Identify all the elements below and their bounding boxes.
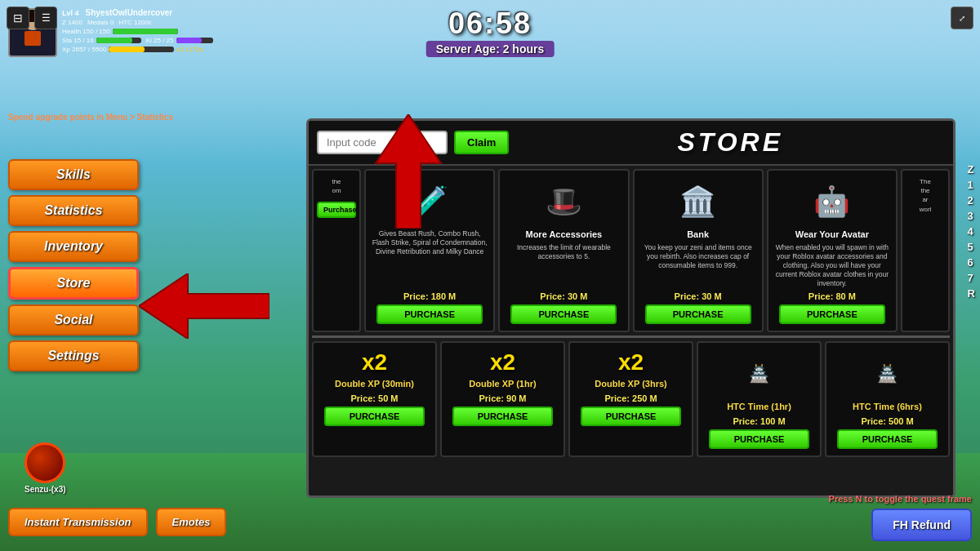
- ki-label: Ki 25 / 25: [146, 37, 174, 44]
- hud-currency-row: Z 1400 Medals 0 HTC 1200c: [62, 19, 213, 26]
- htc-6hr-price: Price: 500 M: [861, 416, 913, 426]
- fh-refund-btn[interactable]: FH Refund: [871, 509, 972, 541]
- store-header: Claim STORE: [309, 121, 953, 166]
- htc-1hr-purchase-btn[interactable]: Purchase: [709, 429, 809, 449]
- nav-btn-inventory[interactable]: Inventory: [8, 231, 139, 262]
- store-item-accessories: 🎩 More Accessories Increases the limit o…: [498, 169, 629, 332]
- partial-text-left: theom: [332, 177, 341, 195]
- senzu-container: Senzu-(x3): [24, 442, 66, 494]
- side-num-7: 7: [968, 272, 975, 284]
- side-num-z: Z: [968, 163, 975, 176]
- side-num-2: 2: [968, 194, 975, 207]
- beast-desc: Gives Beast Rush, Combo Rush, Flash Stri…: [371, 229, 488, 288]
- hud-stats: Lvl 4 ShyestOwlUndercover Z 1400 Medals …: [62, 8, 213, 53]
- store-row-2: x2 Double XP (30min) Price: 50 M Purchas…: [309, 338, 953, 460]
- 2xp-1hr-purchase-btn[interactable]: Purchase: [452, 407, 553, 426]
- server-age: Server Age: 2 hours: [426, 41, 555, 57]
- beast-purchase-btn[interactable]: Purchase: [376, 304, 483, 324]
- x2-icon-3hr: x2: [618, 349, 644, 375]
- health-bar-bg: [113, 29, 178, 34]
- corner-icon-tl[interactable]: ⊟: [7, 7, 29, 29]
- store-title: STORE: [515, 127, 945, 158]
- ki-bar-bg: [176, 38, 213, 43]
- store-item-partial-left: theom Purchase: [312, 169, 361, 332]
- partial-text-right: Thethearworl: [920, 177, 932, 214]
- instant-transmission-btn[interactable]: Instant Transmission: [8, 508, 148, 536]
- bank-name: Bank: [687, 229, 709, 240]
- sta-bar-container: Sta 15 / 16: [62, 37, 141, 44]
- store-item-bank: 🏛️ Bank You keep your zeni and items onc…: [633, 169, 764, 332]
- nav-buttons: Skills Statistics Inventory Store Social…: [8, 159, 139, 371]
- sta-label: Sta 15 / 16: [62, 37, 94, 44]
- beast-price: Price: 180 M: [403, 291, 456, 301]
- htc-6hr-purchase-btn[interactable]: Purchase: [837, 429, 938, 449]
- store-content[interactable]: theom Purchase 🧪 Gives Beast Rush, Combo…: [309, 166, 953, 495]
- store-item-beast: 🧪 Gives Beast Rush, Combo Rush, Flash St…: [364, 169, 495, 332]
- bottom-left-buttons: Instant Transmission Emotes: [8, 508, 226, 536]
- xp-mult: x2 1172s: [176, 46, 203, 53]
- sta-bar-bg: [96, 38, 141, 43]
- claim-button[interactable]: Claim: [454, 131, 509, 154]
- bank-purchase-btn[interactable]: Purchase: [645, 304, 751, 324]
- side-num-6: 6: [968, 256, 975, 269]
- htc-1hr-icon: 🏯: [735, 349, 784, 398]
- senzu-ball: [24, 442, 65, 483]
- avatar-store-desc: When enabled you will spawn in with your…: [773, 243, 891, 288]
- emotes-btn[interactable]: Emotes: [156, 508, 227, 536]
- ki-bar-container: Ki 25 / 25: [146, 37, 213, 44]
- accessories-purchase-btn[interactable]: Purchase: [510, 304, 617, 324]
- avatar-store-icon: 🤖: [808, 177, 857, 226]
- code-input[interactable]: [317, 131, 448, 154]
- 2xp-3hr-name: Double XP (3hrs): [595, 379, 666, 389]
- xp-row: Xp 2657 / 5500 x2 1172s: [62, 46, 213, 53]
- nav-btn-statistics[interactable]: Statistics: [8, 195, 139, 226]
- store-item-partial-right: Thethearworl: [901, 169, 950, 332]
- avatar-store-price: Price: 80 M: [808, 291, 856, 301]
- nav-btn-settings[interactable]: Settings: [8, 340, 139, 371]
- timer-display: 06:58: [426, 7, 555, 41]
- corner-icon-tr[interactable]: ☰: [34, 7, 57, 29]
- xp-bar-fill: [109, 47, 145, 52]
- avatar-store-name: Wear Your Avatar: [795, 229, 869, 240]
- avatar-body: [24, 31, 41, 46]
- nav-btn-store[interactable]: Store: [8, 267, 139, 300]
- store-panel: Claim STORE theom Purchase 🧪 Gives Beast…: [306, 118, 956, 498]
- 2xp-3hr-price: Price: 250 M: [604, 393, 657, 403]
- accessories-name: More Accessories: [525, 229, 602, 240]
- htc-1hr-name: HTC Time (1hr): [727, 402, 791, 412]
- htc-1hr-price: Price: 100 M: [733, 416, 785, 426]
- hud-currency: Z 1400: [62, 19, 82, 26]
- x2-icon-1hr: x2: [490, 349, 515, 375]
- beast-icon: 🧪: [405, 177, 454, 226]
- senzu-label: Senzu-(x3): [24, 485, 66, 494]
- bank-icon: 🏛️: [674, 177, 723, 226]
- 2xp-30-price: Price: 50 M: [350, 393, 398, 403]
- bottom-right: Press N to toggle the quest frame FH Ref…: [829, 494, 972, 541]
- timer-center: 06:58 Server Age: 2 hours: [426, 7, 555, 57]
- nav-btn-social[interactable]: Social: [8, 304, 139, 335]
- accessories-price: Price: 30 M: [540, 291, 587, 301]
- side-num-4: 4: [968, 225, 975, 238]
- 2xp-3hr-purchase-btn[interactable]: Purchase: [581, 407, 681, 426]
- hud-username: ShyestOwlUndercover: [86, 8, 173, 17]
- xp-label: Xp 2657 / 5500: [62, 46, 106, 53]
- store-item-htc-6hr: 🏯 HTC Time (6hrs) Price: 500 M Purchase: [825, 341, 950, 456]
- store-item-2xp-3hr: x2 Double XP (3hrs) Price: 250 M Purchas…: [568, 341, 693, 456]
- accessories-icon: 🎩: [539, 177, 588, 226]
- nav-btn-skills[interactable]: Skills: [8, 159, 139, 190]
- partial-purchase-left[interactable]: Purchase: [317, 202, 356, 218]
- sta-ki-row: Sta 15 / 16 Ki 25 / 25: [62, 37, 213, 44]
- store-row-1: theom Purchase 🧪 Gives Beast Rush, Combo…: [309, 166, 953, 335]
- sta-bar-fill: [96, 38, 132, 43]
- htc-6hr-icon: 🏯: [863, 349, 912, 398]
- x2-icon-30: x2: [362, 349, 387, 375]
- expand-icon[interactable]: ⤢: [951, 7, 973, 29]
- avatar-store-purchase-btn[interactable]: PURCHASE: [779, 304, 885, 324]
- hud-htc: HTC 1200c: [118, 19, 151, 26]
- 2xp-1hr-name: Double XP (1hr): [469, 379, 536, 389]
- ki-bar-fill: [176, 38, 203, 43]
- store-item-2xp-1hr: x2 Double XP (1hr) Price: 90 M Purchase: [440, 341, 565, 456]
- press-n-hint: Press N to toggle the quest frame: [829, 494, 972, 504]
- 2xp-30-purchase-btn[interactable]: Purchase: [324, 407, 425, 426]
- side-numbers: Z 1 2 3 4 5 6 7 R: [968, 163, 975, 300]
